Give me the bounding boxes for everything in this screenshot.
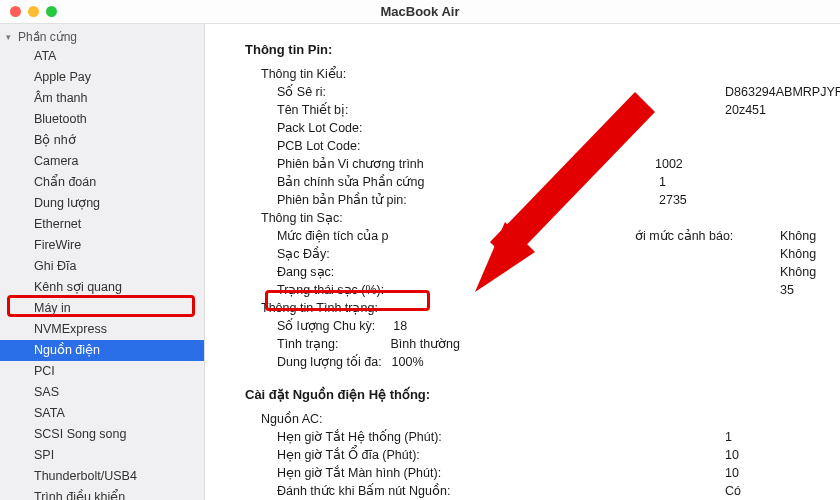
row-fully-charged: Sạc Đầy: Không <box>245 245 830 263</box>
row-firmware: Phiên bản Vi chương trình 1002 <box>245 155 830 173</box>
window-body: ▾ Phần cứng ATA Apple Pay Âm thanh Bluet… <box>0 24 840 500</box>
close-icon[interactable] <box>10 6 21 17</box>
label: Hẹn giờ Tắt Hệ thống (Phút): <box>277 428 442 446</box>
label: Pack Lot Code: <box>277 119 362 137</box>
row-disk-sleep: Hẹn giờ Tắt Ổ đĩa (Phút): 10 <box>245 446 830 464</box>
sidebar-item[interactable]: Ghi Đĩa <box>0 256 204 277</box>
value: 10 <box>725 464 739 482</box>
value: 1 <box>725 428 732 446</box>
label: Phiên bản Vi chương trình <box>277 155 424 173</box>
sidebar-item[interactable]: Âm thanh <box>0 88 204 109</box>
sidebar-item[interactable]: NVMExpress <box>0 319 204 340</box>
chevron-down-icon: ▾ <box>6 32 16 42</box>
value: 1002 <box>655 155 683 173</box>
label: Hẹn giờ Tắt Ổ đĩa (Phút): <box>277 446 420 464</box>
value: 2735 <box>659 191 687 209</box>
label: Trạng thái sạc (%): <box>277 281 384 299</box>
label: Số Sê ri: <box>277 83 326 101</box>
sidebar-item[interactable]: Bluetooth <box>0 109 204 130</box>
sidebar-item[interactable]: Camera <box>0 151 204 172</box>
sidebar-item[interactable]: Ethernet <box>0 214 204 235</box>
row-sys-sleep: Hẹn giờ Tắt Hệ thống (Phút): 1 <box>245 428 830 446</box>
sidebar-item[interactable]: FireWire <box>0 235 204 256</box>
row-display-sleep: Hẹn giờ Tắt Màn hình (Phút): 10 <box>245 464 830 482</box>
sidebar-item[interactable]: SAS <box>0 382 204 403</box>
label: Phiên bản Phần tử pin: <box>277 191 407 209</box>
heading-power-settings: Cài đặt Nguồn điện Hệ thống: <box>245 387 830 402</box>
row-cycle-count: Số lượng Chu kỳ: 18 <box>245 317 830 335</box>
sidebar-item[interactable]: Bộ nhớ <box>0 130 204 151</box>
sidebar-item[interactable]: Dung lượng <box>0 193 204 214</box>
sidebar-item[interactable]: SATA <box>0 403 204 424</box>
value: 100% <box>392 353 424 371</box>
value: Không <box>780 263 816 281</box>
value: 1 <box>659 173 666 191</box>
sidebar-item[interactable]: Kênh sợi quang <box>0 277 204 298</box>
value: 10 <box>725 446 739 464</box>
label: Tình trạng: <box>277 335 339 353</box>
label: Dung lượng tối đa: <box>277 353 382 371</box>
label: Hẹn giờ Tắt Màn hình (Phút): <box>277 464 441 482</box>
row-hw-rev: Bản chính sửa Phần cứng 1 <box>245 173 830 191</box>
row-max-capacity: Dung lượng tối đa: 100% <box>245 353 830 371</box>
row-charging: Đang sạc: Không <box>245 263 830 281</box>
label: Đánh thức khi Bấm nút Nguồn: <box>277 482 450 500</box>
value: 18 <box>393 317 407 335</box>
content-pane: Thông tin Pin: Thông tin Kiểu: Số Sê ri:… <box>205 24 840 500</box>
sidebar-item[interactable]: Apple Pay <box>0 67 204 88</box>
row-cell-rev: Phiên bản Phần tử pin: 2735 <box>245 191 830 209</box>
sidebar-group-hardware[interactable]: ▾ Phần cứng <box>0 28 204 46</box>
label: PCB Lot Code: <box>277 137 360 155</box>
value: 35 <box>780 281 794 299</box>
label: Đang sạc: <box>277 263 334 281</box>
sidebar-group-label: Phần cứng <box>18 30 77 44</box>
sidebar-item[interactable]: Thunderbolt/USB4 <box>0 466 204 487</box>
sidebar-item-power[interactable]: Nguồn điện <box>0 340 204 361</box>
row-pcb-lot: PCB Lot Code: <box>245 137 830 155</box>
row-serial: Số Sê ri: D863294ABMRPJYRAQ <box>245 83 830 101</box>
titlebar: MacBook Air <box>0 0 840 24</box>
row-pack-lot: Pack Lot Code: <box>245 119 830 137</box>
value: 20z451 <box>725 101 766 119</box>
zoom-icon[interactable] <box>46 6 57 17</box>
value: Không <box>780 245 816 263</box>
sidebar-item[interactable]: SPI <box>0 445 204 466</box>
row-device-name: Tên Thiết bị: 20z451 <box>245 101 830 119</box>
subheading-health-info: Thông tin Tình trạng: <box>245 299 830 317</box>
sidebar-item[interactable]: PCI <box>0 361 204 382</box>
window-controls <box>0 6 57 17</box>
sidebar-item[interactable]: Trình điều khiển <box>0 487 204 500</box>
value: Không <box>780 227 816 245</box>
row-charge-state: Trạng thái sạc (%): 35 <box>245 281 830 299</box>
row-condition: Tình trạng: Bình thường <box>245 335 830 353</box>
minimize-icon[interactable] <box>28 6 39 17</box>
sidebar-item[interactable]: ATA <box>0 46 204 67</box>
subheading-model-info: Thông tin Kiểu: <box>245 65 830 83</box>
label: Bản chính sửa Phần cứng <box>277 173 424 191</box>
row-wake-power-btn: Đánh thức khi Bấm nút Nguồn: Có <box>245 482 830 500</box>
label: Tên Thiết bị: <box>277 101 349 119</box>
value: D863294ABMRPJYRAQ <box>725 83 840 101</box>
label: Mức điện tích của p <box>277 227 389 245</box>
sidebar-item[interactable]: SCSI Song song <box>0 424 204 445</box>
sidebar-item[interactable]: Chẩn đoán <box>0 172 204 193</box>
subheading-ac: Nguồn AC: <box>245 410 830 428</box>
window-title: MacBook Air <box>0 4 840 19</box>
system-report-window: MacBook Air ▾ Phần cứng ATA Apple Pay Âm… <box>0 0 840 500</box>
sidebar: ▾ Phần cứng ATA Apple Pay Âm thanh Bluet… <box>0 24 205 500</box>
label-cont: ới mức cảnh báo: <box>635 227 733 245</box>
label: Sạc Đầy: <box>277 245 330 263</box>
sidebar-item[interactable]: Máy in <box>0 298 204 319</box>
label: Số lượng Chu kỳ: <box>277 317 375 335</box>
value: Có <box>725 482 741 500</box>
subheading-charge-info: Thông tin Sạc: <box>245 209 830 227</box>
row-warn-level: Mức điện tích của p ới mức cảnh báo: Khô… <box>245 227 830 245</box>
value: Bình thường <box>391 335 461 353</box>
heading-battery-info: Thông tin Pin: <box>245 42 830 57</box>
